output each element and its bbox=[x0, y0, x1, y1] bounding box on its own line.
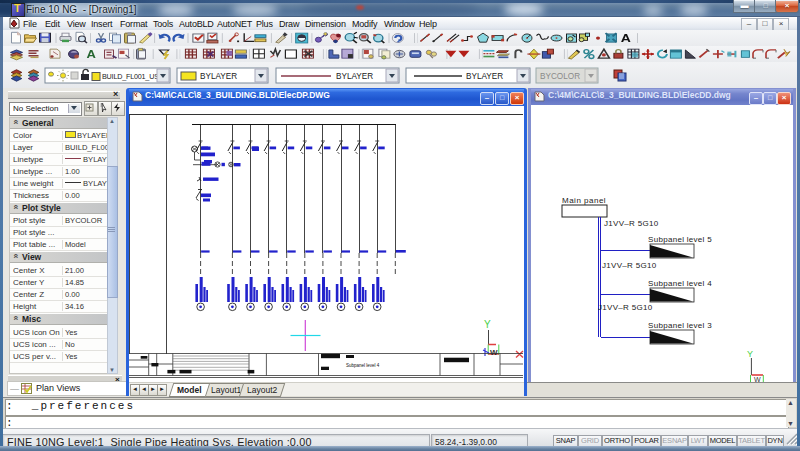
svg-text:W: W bbox=[490, 348, 498, 357]
svg-text:Subpanel level 3: Subpanel level 3 bbox=[648, 321, 712, 330]
svg-text:BYLAYER: BYLAYER bbox=[466, 72, 503, 81]
svg-text:J1VV–R 5G10: J1VV–R 5G10 bbox=[602, 261, 657, 270]
svg-text:BYLAYER: BYLAYER bbox=[200, 72, 237, 81]
svg-text:Main panel: Main panel bbox=[562, 196, 606, 205]
svg-text:BYCOLOR: BYCOLOR bbox=[540, 72, 580, 81]
svg-text:A: A bbox=[87, 48, 97, 61]
svg-text:Subpanel level 4: Subpanel level 4 bbox=[648, 279, 712, 288]
svg-text:BUILD_FL001_US: BUILD_FL001_US bbox=[102, 72, 159, 81]
svg-text:Y: Y bbox=[747, 349, 753, 359]
svg-text:BYLAYER: BYLAYER bbox=[336, 72, 373, 81]
svg-text:J1VV–R 5G10: J1VV–R 5G10 bbox=[598, 303, 653, 312]
svg-text:J1VV–R 5G10: J1VV–R 5G10 bbox=[604, 219, 659, 228]
svg-text:Subpanel level 5: Subpanel level 5 bbox=[648, 235, 712, 244]
svg-text:Y: Y bbox=[484, 319, 491, 330]
svg-text:Subpanel level 4: Subpanel level 4 bbox=[346, 363, 380, 368]
